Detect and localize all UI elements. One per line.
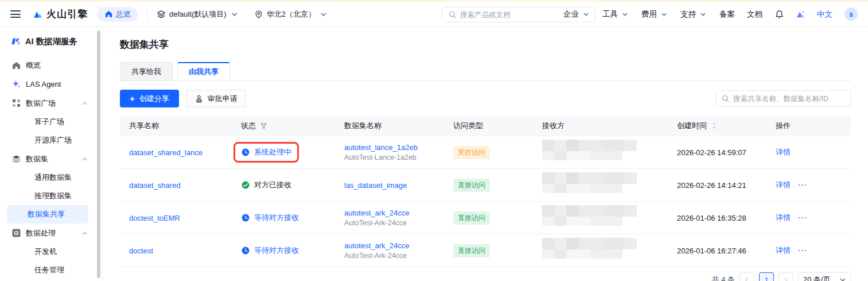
sidebar-item-LAS Agent[interactable]: LAS Agent bbox=[0, 75, 103, 94]
sidebar-item-数据广场[interactable]: 数据广场 bbox=[0, 94, 103, 113]
table-row: doctest_toEMR等待对方接收autotest_ark_24cceAut… bbox=[120, 202, 851, 234]
dataset-cell: autotest_ark_24cceAutoTest-Ark-24cce bbox=[335, 209, 444, 227]
more-actions-icon[interactable]: ··· bbox=[798, 213, 807, 222]
detail-link[interactable]: 详情 bbox=[776, 213, 791, 222]
access-type-cell: 直接访问 bbox=[444, 179, 533, 192]
next-page-button[interactable] bbox=[779, 272, 793, 281]
topbar-link-备案[interactable]: 备案 bbox=[719, 9, 735, 20]
sidebar-item-开发机[interactable]: 开发机 bbox=[7, 242, 88, 261]
dataset-name-link[interactable]: las_dataset_image bbox=[344, 181, 407, 190]
sidebar-item-通用数据集[interactable]: 通用数据集 bbox=[7, 168, 88, 187]
sidebar-scrollbar[interactable] bbox=[97, 30, 100, 278]
column-header-状态: 状态 bbox=[232, 121, 335, 131]
topbar-menu-支持[interactable]: 支持 bbox=[680, 9, 707, 20]
global-search[interactable] bbox=[442, 7, 595, 22]
detail-link[interactable]: 详情 bbox=[776, 246, 791, 255]
home-icon bbox=[104, 10, 113, 19]
topbar-menu-label: 支持 bbox=[680, 9, 696, 20]
create-share-button[interactable]: + 创建分享 bbox=[120, 90, 179, 107]
receiver-cell bbox=[533, 138, 668, 167]
column-header-访问类型: 访问类型 bbox=[444, 121, 533, 131]
topbar-menu-工具[interactable]: 工具 bbox=[602, 9, 629, 20]
column-header-操作: 操作 bbox=[766, 121, 851, 131]
prev-page-button[interactable] bbox=[739, 272, 754, 281]
share-name-link[interactable]: doctest bbox=[129, 247, 153, 255]
overview-pill[interactable]: 总览 bbox=[97, 7, 138, 22]
receiver-cell bbox=[533, 171, 668, 199]
more-actions-icon[interactable]: ··· bbox=[798, 246, 807, 255]
dataset-id: AutoTest-Ark-24cce bbox=[344, 252, 444, 260]
dataset-name-link[interactable]: autotest_ark_24cce bbox=[344, 241, 409, 250]
sidebar-item-数据处理[interactable]: 数据处理 bbox=[0, 224, 103, 242]
tab-共享给我[interactable]: 共享给我 bbox=[120, 62, 173, 80]
share-name-cell: dataset_shared bbox=[120, 181, 232, 190]
status-cell: 等待对方接收 bbox=[232, 245, 335, 256]
topbar-menu-费用[interactable]: 费用 bbox=[641, 9, 668, 20]
access-type-cell: 直接访问 bbox=[444, 244, 533, 257]
access-type-badge: 直接访问 bbox=[453, 244, 490, 257]
layers-icon bbox=[11, 155, 21, 164]
sorter-icon[interactable] bbox=[710, 121, 719, 130]
table-search[interactable] bbox=[715, 90, 851, 107]
share-name-link[interactable]: dataset_shared_lance bbox=[129, 148, 203, 157]
column-header-共享名称: 共享名称 bbox=[120, 121, 232, 131]
sidebar-item-数据集共享[interactable]: 数据集共享 bbox=[7, 205, 88, 224]
bell-icon[interactable] bbox=[774, 10, 784, 19]
toolbar: + 创建分享 审批申请 bbox=[120, 90, 851, 107]
column-header-接收方: 接收方 bbox=[533, 121, 668, 131]
actions-cell: 详情··· bbox=[766, 213, 851, 223]
column-header-label: 访问类型 bbox=[453, 121, 483, 131]
ai-assistant-icon[interactable] bbox=[796, 10, 805, 19]
gear-icon bbox=[11, 229, 21, 238]
dataset-name-link[interactable]: autotest_lance_1a2eb bbox=[344, 143, 418, 152]
more-actions-icon[interactable]: ··· bbox=[798, 180, 807, 189]
sidebar-item-算子广场[interactable]: 算子广场 bbox=[7, 113, 88, 131]
page-title: 数据集共享 bbox=[120, 38, 851, 51]
column-header-数据集名称: 数据集名称 bbox=[335, 121, 444, 131]
language-switcher[interactable]: 中文 bbox=[817, 9, 832, 20]
topbar-menu-label: 费用 bbox=[641, 9, 657, 20]
chevron-down-icon bbox=[698, 10, 707, 19]
tab-由我共享[interactable]: 由我共享 bbox=[177, 62, 230, 80]
status-label: 等待对方接收 bbox=[254, 213, 299, 223]
status-cell: 等待对方接收 bbox=[232, 213, 335, 224]
access-type-badge: 直接访问 bbox=[453, 211, 490, 225]
dataset-name-link[interactable]: autotest_ark_24cce bbox=[344, 209, 409, 217]
sidebar-item-推理数据集[interactable]: 推理数据集 bbox=[7, 187, 88, 205]
actions-cell: 详情··· bbox=[766, 180, 851, 190]
page-number-button[interactable]: 1 bbox=[759, 272, 774, 281]
created-time-cell: 2026-01-06 16:27:46 bbox=[668, 247, 766, 255]
topbar-menu-label: 工具 bbox=[602, 9, 618, 20]
receiver-redacted-blur bbox=[542, 203, 637, 232]
detail-link[interactable]: 详情 bbox=[776, 180, 791, 189]
chevron-down-icon bbox=[659, 10, 668, 19]
search-icon bbox=[447, 10, 457, 20]
grid-icon bbox=[11, 99, 21, 108]
detail-link[interactable]: 详情 bbox=[776, 148, 791, 156]
project-selector[interactable]: default(默认项目) bbox=[157, 9, 239, 20]
topbar-link-文档[interactable]: 文档 bbox=[747, 9, 762, 20]
avatar[interactable]: s bbox=[844, 7, 858, 21]
hamburger-menu-icon[interactable] bbox=[10, 10, 21, 18]
page-size-select[interactable]: 20 条/页 bbox=[798, 272, 851, 281]
sidebar-item-任务管理[interactable]: 任务管理 bbox=[7, 261, 88, 279]
table-search-input[interactable] bbox=[733, 95, 846, 103]
approval-request-button[interactable]: 审批申请 bbox=[186, 90, 246, 107]
caret-up-icon bbox=[80, 99, 89, 108]
sparkle-icon bbox=[11, 80, 21, 89]
global-search-input[interactable] bbox=[460, 11, 590, 19]
filter-icon[interactable] bbox=[259, 121, 268, 130]
sidebar-item-label: 数据集 bbox=[26, 154, 48, 164]
share-name-link[interactable]: dataset_shared bbox=[129, 181, 181, 190]
sidebar-item-数据集[interactable]: 数据集 bbox=[0, 149, 103, 168]
region-selector[interactable]: 华北2（北京） bbox=[254, 9, 328, 20]
receiver-cell bbox=[533, 203, 668, 232]
created-time-cell: 2026-02-26 14:59:07 bbox=[668, 148, 766, 157]
column-header-label: 数据集名称 bbox=[344, 121, 382, 131]
sidebar-item-概览[interactable]: 概览 bbox=[0, 56, 103, 75]
share-name-link[interactable]: doctest_toEMR bbox=[129, 214, 180, 222]
status-cell: 系统处理中 bbox=[232, 142, 335, 163]
brand[interactable]: 火山引擎 bbox=[33, 7, 88, 21]
sidebar-item-开源库广场[interactable]: 开源库广场 bbox=[7, 131, 88, 149]
dataset-id: AutoTest-Ark-24cce bbox=[344, 219, 444, 227]
